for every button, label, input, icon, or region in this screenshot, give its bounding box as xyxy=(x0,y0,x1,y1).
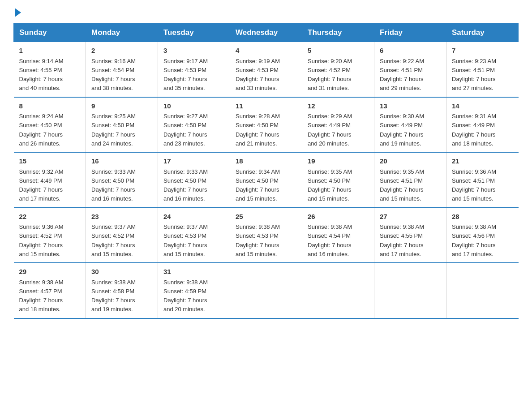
calendar-cell: 21 Sunrise: 9:36 AMSunset: 4:51 PMDaylig… xyxy=(446,152,519,208)
calendar-week-row: 22 Sunrise: 9:36 AMSunset: 4:52 PMDaylig… xyxy=(14,208,519,263)
day-number: 10 xyxy=(163,101,224,111)
day-number: 15 xyxy=(19,156,81,167)
day-info: Sunrise: 9:38 AMSunset: 4:54 PMDaylight:… xyxy=(308,223,352,257)
calendar-cell: 4 Sunrise: 9:19 AMSunset: 4:53 PMDayligh… xyxy=(230,42,302,97)
day-number: 24 xyxy=(163,212,224,222)
day-number: 8 xyxy=(19,101,81,111)
calendar-cell: 14 Sunrise: 9:31 AMSunset: 4:49 PMDaylig… xyxy=(446,97,519,153)
day-info: Sunrise: 9:38 AMSunset: 4:55 PMDaylight:… xyxy=(380,223,424,257)
calendar-cell: 20 Sunrise: 9:35 AMSunset: 4:51 PMDaylig… xyxy=(374,152,446,208)
day-number: 7 xyxy=(452,46,513,56)
day-info: Sunrise: 9:38 AMSunset: 4:56 PMDaylight:… xyxy=(452,223,496,257)
calendar-cell: 6 Sunrise: 9:22 AMSunset: 4:51 PMDayligh… xyxy=(374,42,446,97)
calendar-cell xyxy=(374,263,446,318)
day-number: 28 xyxy=(452,212,513,222)
calendar-cell: 8 Sunrise: 9:24 AMSunset: 4:50 PMDayligh… xyxy=(14,97,86,153)
day-number: 2 xyxy=(91,46,152,56)
calendar-cell: 18 Sunrise: 9:34 AMSunset: 4:50 PMDaylig… xyxy=(230,152,302,208)
calendar-cell: 11 Sunrise: 9:28 AMSunset: 4:50 PMDaylig… xyxy=(230,97,302,153)
calendar-cell: 17 Sunrise: 9:33 AMSunset: 4:50 PMDaylig… xyxy=(158,152,230,208)
calendar-cell: 1 Sunrise: 9:14 AMSunset: 4:55 PMDayligh… xyxy=(14,42,86,97)
calendar-week-row: 29 Sunrise: 9:38 AMSunset: 4:57 PMDaylig… xyxy=(14,263,519,318)
day-number: 25 xyxy=(236,212,296,222)
day-of-week-header: Thursday xyxy=(302,24,374,42)
day-info: Sunrise: 9:35 AMSunset: 4:51 PMDaylight:… xyxy=(380,168,424,202)
day-number: 14 xyxy=(452,101,513,111)
day-number: 1 xyxy=(19,46,81,56)
calendar-cell: 13 Sunrise: 9:30 AMSunset: 4:49 PMDaylig… xyxy=(374,97,446,153)
day-info: Sunrise: 9:22 AMSunset: 4:51 PMDaylight:… xyxy=(380,58,424,92)
day-of-week-header: Tuesday xyxy=(158,24,230,42)
day-of-week-header: Saturday xyxy=(446,24,519,42)
day-info: Sunrise: 9:25 AMSunset: 4:50 PMDaylight:… xyxy=(91,113,136,147)
calendar-week-row: 8 Sunrise: 9:24 AMSunset: 4:50 PMDayligh… xyxy=(14,97,519,153)
day-info: Sunrise: 9:32 AMSunset: 4:49 PMDaylight:… xyxy=(19,168,64,202)
day-number: 20 xyxy=(380,156,441,167)
calendar-cell: 16 Sunrise: 9:33 AMSunset: 4:50 PMDaylig… xyxy=(86,152,158,208)
day-of-week-header: Friday xyxy=(374,24,446,42)
day-number: 3 xyxy=(163,46,224,56)
day-info: Sunrise: 9:36 AMSunset: 4:52 PMDaylight:… xyxy=(19,223,64,257)
day-number: 13 xyxy=(380,101,441,111)
day-info: Sunrise: 9:36 AMSunset: 4:51 PMDaylight:… xyxy=(452,168,496,202)
day-info: Sunrise: 9:38 AMSunset: 4:57 PMDaylight:… xyxy=(19,279,64,313)
day-info: Sunrise: 9:35 AMSunset: 4:50 PMDaylight:… xyxy=(308,168,352,202)
day-number: 29 xyxy=(19,267,81,277)
day-number: 11 xyxy=(236,101,296,111)
day-info: Sunrise: 9:38 AMSunset: 4:53 PMDaylight:… xyxy=(236,223,280,257)
calendar-cell: 19 Sunrise: 9:35 AMSunset: 4:50 PMDaylig… xyxy=(302,152,374,208)
day-info: Sunrise: 9:27 AMSunset: 4:50 PMDaylight:… xyxy=(163,113,208,147)
calendar-cell: 2 Sunrise: 9:16 AMSunset: 4:54 PMDayligh… xyxy=(86,42,158,97)
calendar-cell: 22 Sunrise: 9:36 AMSunset: 4:52 PMDaylig… xyxy=(14,208,86,263)
day-info: Sunrise: 9:33 AMSunset: 4:50 PMDaylight:… xyxy=(163,168,208,202)
day-number: 19 xyxy=(308,156,369,167)
day-info: Sunrise: 9:37 AMSunset: 4:52 PMDaylight:… xyxy=(91,223,136,257)
calendar-cell: 24 Sunrise: 9:37 AMSunset: 4:53 PMDaylig… xyxy=(158,208,230,263)
day-info: Sunrise: 9:38 AMSunset: 4:58 PMDaylight:… xyxy=(91,279,136,313)
day-info: Sunrise: 9:14 AMSunset: 4:55 PMDaylight:… xyxy=(19,58,64,92)
calendar-cell: 29 Sunrise: 9:38 AMSunset: 4:57 PMDaylig… xyxy=(14,263,86,318)
day-number: 16 xyxy=(91,156,152,167)
calendar-cell: 15 Sunrise: 9:32 AMSunset: 4:49 PMDaylig… xyxy=(14,152,86,208)
day-info: Sunrise: 9:17 AMSunset: 4:53 PMDaylight:… xyxy=(163,58,208,92)
logo xyxy=(13,9,21,14)
day-number: 18 xyxy=(236,156,296,167)
day-info: Sunrise: 9:30 AMSunset: 4:49 PMDaylight:… xyxy=(380,113,424,147)
day-info: Sunrise: 9:33 AMSunset: 4:50 PMDaylight:… xyxy=(91,168,136,202)
day-number: 27 xyxy=(380,212,441,222)
day-info: Sunrise: 9:29 AMSunset: 4:49 PMDaylight:… xyxy=(308,113,352,147)
day-info: Sunrise: 9:19 AMSunset: 4:53 PMDaylight:… xyxy=(236,58,280,92)
day-info: Sunrise: 9:37 AMSunset: 4:53 PMDaylight:… xyxy=(163,223,208,257)
calendar-cell xyxy=(446,263,519,318)
calendar-week-row: 15 Sunrise: 9:32 AMSunset: 4:49 PMDaylig… xyxy=(14,152,519,208)
calendar-cell: 12 Sunrise: 9:29 AMSunset: 4:49 PMDaylig… xyxy=(302,97,374,153)
day-info: Sunrise: 9:28 AMSunset: 4:50 PMDaylight:… xyxy=(236,113,280,147)
day-number: 30 xyxy=(91,267,152,277)
day-number: 22 xyxy=(19,212,81,222)
logo-arrow-icon xyxy=(15,8,21,17)
day-number: 21 xyxy=(452,156,513,167)
day-number: 9 xyxy=(91,101,152,111)
calendar-cell: 7 Sunrise: 9:23 AMSunset: 4:51 PMDayligh… xyxy=(446,42,519,97)
calendar-cell: 30 Sunrise: 9:38 AMSunset: 4:58 PMDaylig… xyxy=(86,263,158,318)
day-info: Sunrise: 9:31 AMSunset: 4:49 PMDaylight:… xyxy=(452,113,496,147)
calendar-cell: 28 Sunrise: 9:38 AMSunset: 4:56 PMDaylig… xyxy=(446,208,519,263)
day-number: 31 xyxy=(163,267,224,277)
calendar-cell: 3 Sunrise: 9:17 AMSunset: 4:53 PMDayligh… xyxy=(158,42,230,97)
calendar-table: SundayMondayTuesdayWednesdayThursdayFrid… xyxy=(13,23,519,319)
day-number: 4 xyxy=(236,46,296,56)
calendar-cell: 10 Sunrise: 9:27 AMSunset: 4:50 PMDaylig… xyxy=(158,97,230,153)
calendar-cell: 26 Sunrise: 9:38 AMSunset: 4:54 PMDaylig… xyxy=(302,208,374,263)
day-info: Sunrise: 9:24 AMSunset: 4:50 PMDaylight:… xyxy=(19,113,64,147)
day-of-week-header: Sunday xyxy=(14,24,86,42)
day-number: 5 xyxy=(308,46,369,56)
calendar-cell: 31 Sunrise: 9:38 AMSunset: 4:59 PMDaylig… xyxy=(158,263,230,318)
calendar-cell: 23 Sunrise: 9:37 AMSunset: 4:52 PMDaylig… xyxy=(86,208,158,263)
calendar-week-row: 1 Sunrise: 9:14 AMSunset: 4:55 PMDayligh… xyxy=(14,42,519,97)
day-info: Sunrise: 9:23 AMSunset: 4:51 PMDaylight:… xyxy=(452,58,496,92)
calendar-cell: 5 Sunrise: 9:20 AMSunset: 4:52 PMDayligh… xyxy=(302,42,374,97)
calendar-cell xyxy=(230,263,302,318)
day-number: 26 xyxy=(308,212,369,222)
page-header xyxy=(13,9,519,14)
calendar-cell: 27 Sunrise: 9:38 AMSunset: 4:55 PMDaylig… xyxy=(374,208,446,263)
